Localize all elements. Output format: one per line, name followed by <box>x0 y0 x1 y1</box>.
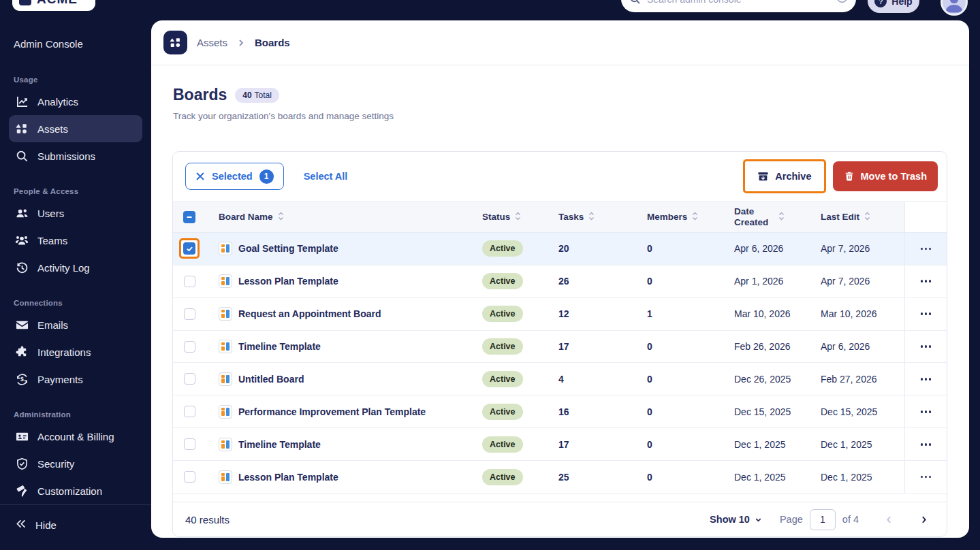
column-header-status[interactable]: Status <box>476 212 552 223</box>
move-to-trash-button[interactable]: Move to Trash <box>833 161 938 191</box>
sidebar-item-customization[interactable]: Customization <box>9 477 142 504</box>
sidebar-item-label: Assets <box>37 123 68 135</box>
sort-icon[interactable] <box>588 212 595 223</box>
sidebar-item-assets[interactable]: Assets <box>9 115 142 142</box>
last-edit: Dec 15, 2025 <box>815 406 904 417</box>
page-size-select[interactable]: Show 10 <box>710 514 762 525</box>
clear-selection-icon[interactable] <box>195 172 205 181</box>
last-edit: Mar 10, 2026 <box>815 308 904 319</box>
table-row[interactable]: Performance Improvement Plan Template Ac… <box>173 395 947 428</box>
row-checkbox[interactable] <box>183 242 195 255</box>
row-checkbox[interactable] <box>184 276 195 287</box>
column-header-date-created[interactable]: Date Created <box>728 206 815 227</box>
board-name[interactable]: Performance Improvement Plan Template <box>238 406 426 417</box>
board-name[interactable]: Lesson Plan Template <box>238 276 338 287</box>
board-name[interactable]: Goal Setting Template <box>238 243 338 254</box>
assets-breadcrumb-icon <box>163 31 187 54</box>
row-checkbox[interactable] <box>184 438 195 450</box>
sort-icon[interactable] <box>864 212 870 223</box>
sidebar-item-label: Account & Billing <box>37 431 114 442</box>
row-menu-button[interactable] <box>917 374 936 385</box>
date-created: Dec 26, 2025 <box>728 374 815 385</box>
top-bar: ACME ? ? Help <box>0 0 980 20</box>
row-checkbox[interactable] <box>184 373 195 385</box>
sidebar-item-teams[interactable]: Teams <box>9 227 142 254</box>
sidebar-item-label: Payments <box>37 374 83 385</box>
sidebar-item-payments[interactable]: $ Payments <box>9 366 142 393</box>
members-count: 0 <box>641 276 728 287</box>
members-count: 0 <box>641 439 728 450</box>
table-row[interactable]: Timeline Template Active 17 0 Feb 26, 20… <box>173 331 947 363</box>
row-checkbox[interactable] <box>184 308 195 320</box>
sidebar-item-integrations[interactable]: Integrations <box>9 338 142 366</box>
sort-icon[interactable] <box>515 212 521 223</box>
checkbox-annotation-highlight <box>179 238 200 259</box>
sidebar-item-emails[interactable]: Emails <box>9 311 142 338</box>
sort-icon[interactable] <box>278 212 284 223</box>
page-subtitle: Track your organization's boards and man… <box>173 111 947 121</box>
row-menu-button[interactable] <box>917 439 936 450</box>
sidebar-item-activity-log[interactable]: Activity Log <box>9 254 142 281</box>
row-menu-button[interactable] <box>917 244 936 255</box>
help-button[interactable]: ? Help <box>868 0 919 13</box>
table-row[interactable]: Lesson Plan Template Active 26 0 Apr 1, … <box>173 265 947 298</box>
archive-label: Archive <box>775 171 811 182</box>
table-row[interactable]: Untitled Board Active 4 0 Dec 26, 2025 F… <box>173 363 947 395</box>
results-count: 40 results <box>185 514 230 525</box>
board-name[interactable]: Request an Appointment Board <box>238 308 381 319</box>
sort-icon[interactable] <box>778 212 785 223</box>
row-menu-button[interactable] <box>917 406 936 417</box>
sidebar-item-security[interactable]: Security <box>9 450 142 477</box>
sidebar-item-analytics[interactable]: Analytics <box>9 88 142 115</box>
table-row[interactable]: Timeline Template Active 17 0 Dec 1, 202… <box>173 428 947 461</box>
board-name[interactable]: Timeline Template <box>238 341 321 352</box>
breadcrumb-assets-link[interactable]: Assets <box>197 37 227 48</box>
row-checkbox[interactable] <box>184 471 195 483</box>
column-header-board-name[interactable]: Board Name <box>206 212 476 223</box>
sidebar-item-users[interactable]: Users <box>9 199 142 227</box>
board-name[interactable]: Untitled Board <box>238 374 304 385</box>
sidebar-item-account-billing[interactable]: Account & Billing <box>9 423 142 450</box>
row-menu-button[interactable] <box>917 308 936 319</box>
page-number-input[interactable] <box>810 509 836 530</box>
sidebar-item-submissions[interactable]: Submissions <box>9 142 142 169</box>
acme-logo-icon <box>19 0 31 5</box>
previous-page-button[interactable] <box>885 515 894 524</box>
acme-logo: ACME <box>12 0 95 11</box>
page-size-label: Show 10 <box>710 514 750 525</box>
column-header-members[interactable]: Members <box>641 212 728 223</box>
sidebar-hide-button[interactable]: Hide <box>15 512 136 538</box>
last-edit: Feb 27, 2026 <box>815 374 904 385</box>
row-menu-button[interactable] <box>917 276 936 287</box>
members-count: 1 <box>641 308 728 319</box>
admin-search[interactable]: ? <box>621 0 856 12</box>
select-all-link[interactable]: Select All <box>304 171 348 182</box>
selected-count-badge: 1 <box>259 169 274 184</box>
status-badge: Active <box>482 273 523 289</box>
row-menu-button[interactable] <box>917 341 936 352</box>
selected-filter-button[interactable]: Selected 1 <box>185 163 284 190</box>
select-all-checkbox[interactable] <box>183 211 195 223</box>
board-name[interactable]: Lesson Plan Template <box>238 472 338 483</box>
date-created: Dec 1, 2025 <box>728 439 815 450</box>
archive-button[interactable]: Archive <box>747 163 821 189</box>
section-label-people-access: People & Access <box>9 187 142 195</box>
row-checkbox[interactable] <box>184 406 195 417</box>
board-name[interactable]: Timeline Template <box>238 439 321 450</box>
row-checkbox[interactable] <box>184 341 195 353</box>
help-question-icon: ? <box>874 0 887 7</box>
table-row[interactable]: Lesson Plan Template Active 25 0 Dec 1, … <box>173 461 947 494</box>
table-row[interactable]: Request an Appointment Board Active 12 1… <box>173 298 947 331</box>
next-page-button[interactable] <box>919 515 928 524</box>
sidebar-item-label: Analytics <box>37 96 78 108</box>
column-header-last-edit[interactable]: Last Edit <box>815 212 904 223</box>
members-count: 0 <box>641 472 728 483</box>
search-input[interactable] <box>647 0 830 5</box>
row-menu-button[interactable] <box>917 472 936 483</box>
column-header-tasks[interactable]: Tasks <box>552 212 641 223</box>
table-row[interactable]: Goal Setting Template Active 20 0 Apr 6,… <box>173 233 947 265</box>
user-avatar[interactable] <box>941 0 968 16</box>
table-footer: 40 results Show 10 Page of 4 <box>173 502 947 536</box>
sort-icon[interactable] <box>692 212 698 223</box>
date-created: Dec 1, 2025 <box>728 472 815 483</box>
